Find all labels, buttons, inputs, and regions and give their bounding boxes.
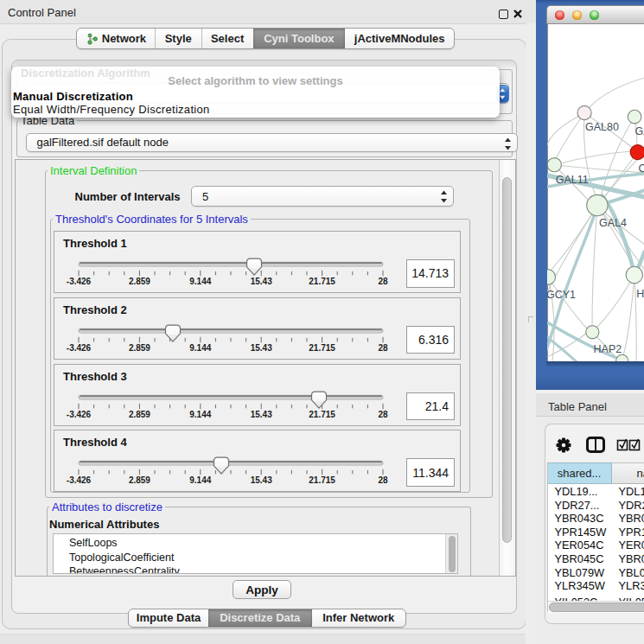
svg-text:-3.426: -3.426: [67, 476, 92, 486]
svg-text:28: 28: [378, 410, 388, 419]
svg-text:9.144: 9.144: [189, 277, 211, 286]
svg-text:GCY1: GCY1: [547, 289, 576, 301]
svg-text:15.43: 15.43: [251, 343, 272, 353]
svg-text:21.715: 21.715: [309, 277, 335, 286]
svg-text:21.715: 21.715: [309, 343, 335, 353]
svg-text:2.859: 2.859: [129, 476, 150, 486]
svg-text:2.859: 2.859: [129, 410, 150, 419]
svg-text:15.43: 15.43: [251, 476, 272, 486]
svg-text:-3.426: -3.426: [67, 277, 92, 286]
svg-text:9.144: 9.144: [189, 476, 211, 486]
svg-text:GAL80: GAL80: [585, 121, 619, 133]
svg-text:2.859: 2.859: [129, 277, 150, 286]
svg-text:15.43: 15.43: [251, 410, 272, 419]
svg-text:21.715: 21.715: [309, 410, 335, 419]
svg-text:GAL2: GAL2: [634, 125, 644, 137]
svg-text:GAL11: GAL11: [555, 174, 588, 186]
svg-text:28: 28: [378, 277, 388, 286]
svg-text:-3.426: -3.426: [67, 343, 92, 353]
svg-text:15.43: 15.43: [251, 277, 272, 286]
svg-text:2.859: 2.859: [129, 343, 150, 353]
svg-text:9.144: 9.144: [189, 410, 211, 419]
svg-text:GAL4: GAL4: [599, 217, 627, 229]
svg-text:28: 28: [378, 343, 388, 353]
svg-text:H: H: [636, 288, 644, 300]
svg-text:-3.426: -3.426: [67, 410, 92, 419]
svg-text:28: 28: [378, 476, 388, 486]
svg-text:21.715: 21.715: [309, 476, 335, 486]
svg-text:HAP2: HAP2: [593, 343, 622, 355]
svg-text:9.144: 9.144: [189, 343, 211, 353]
svg-text:CR: CR: [638, 163, 644, 175]
